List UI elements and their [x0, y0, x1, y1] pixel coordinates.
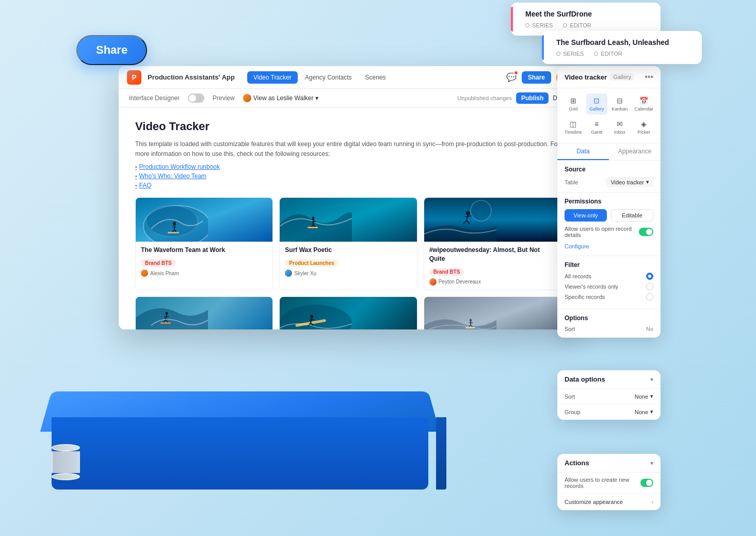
preview-toggle[interactable]	[188, 93, 204, 103]
svg-point-14	[471, 200, 491, 221]
interface-designer-label: Interface Designer	[129, 94, 180, 102]
all-records-label: All records	[565, 273, 591, 279]
video-card-2[interactable]: Surf Wax Poetic Product Launches Skyler …	[279, 197, 417, 290]
svg-rect-25	[160, 322, 171, 324]
svg-line-19	[467, 220, 470, 224]
share-button[interactable]: Share	[76, 35, 147, 65]
link-list: • Production Workflow runbook • Who's Wh…	[135, 163, 561, 189]
app-window: P Production Assistants' App Video Track…	[119, 66, 578, 329]
panel-tabs: Data Appearance	[557, 144, 661, 161]
view-calendar-option[interactable]: 📅 Calendar	[632, 93, 655, 115]
app-logo: P	[127, 70, 141, 85]
configure-link[interactable]: Configure	[565, 243, 589, 249]
link-whos-who[interactable]: Who's Who: Video Team	[139, 172, 207, 180]
group-label: Group	[565, 409, 581, 415]
svg-rect-7	[168, 232, 179, 233]
actions-chevron[interactable]: ▾	[650, 460, 653, 467]
svg-line-30	[309, 320, 314, 320]
view-kanban-option[interactable]: ⊟ Kanban	[609, 93, 631, 115]
data-options-title: Data options	[565, 375, 605, 383]
video-card-5[interactable]	[279, 296, 417, 329]
viewers-records-radio[interactable]	[646, 283, 653, 290]
share-btn-header[interactable]: Share	[522, 71, 551, 84]
specific-records-label: Specific records	[565, 294, 605, 300]
svg-point-20	[166, 312, 168, 315]
actions-panel: Actions ▾ Allow users to create new reco…	[557, 454, 661, 510]
video-card-6[interactable]	[424, 296, 561, 329]
view-as-button[interactable]: View as Leslie Walker ▾	[243, 94, 319, 102]
sort-label: Sort	[565, 393, 575, 400]
view-gantt-option[interactable]: ≡ Gantt	[586, 117, 607, 138]
permissions-section: Permissions View-only Editable Allow use…	[557, 193, 661, 256]
tooltip1-editor: EDITOR	[570, 22, 591, 28]
chevron-down-sort: ▾	[650, 393, 653, 400]
user-icon-small	[243, 94, 251, 102]
video-card-1[interactable]: The Waveform Team at Work Brand BTS Alex…	[135, 197, 273, 290]
sort-options-label: Sort	[565, 326, 575, 332]
nav-tab-scenes[interactable]: Scenes	[359, 71, 392, 84]
card2-author: Skyler Xu	[285, 270, 411, 277]
all-records-radio[interactable]	[646, 273, 653, 280]
card2-tag[interactable]: Product Launches	[285, 259, 338, 267]
svg-line-17	[465, 216, 472, 217]
svg-point-33	[470, 319, 472, 321]
sort-select[interactable]: None ▾	[635, 393, 653, 400]
settings-panel: Video tracker Gallery ••• ⊞ Grid ⊡ Galle…	[557, 66, 661, 338]
data-options-panel: Data options ▾ Sort None ▾ Group None ▾	[557, 370, 661, 420]
view-picker-option[interactable]: ◈ Picker	[632, 117, 655, 138]
tab-appearance[interactable]: Appearance	[609, 144, 661, 160]
customize-row[interactable]: Customize appearance ›	[557, 494, 661, 510]
panel-header: Video tracker Gallery •••	[557, 66, 661, 88]
specific-records-radio[interactable]	[646, 293, 653, 301]
allow-create-toggle[interactable]	[640, 479, 653, 487]
tab-data[interactable]: Data	[557, 144, 609, 160]
source-select[interactable]: Video tracker ▾	[606, 177, 653, 187]
app-name: Production Assistants' App	[148, 73, 235, 81]
tooltip-title: Meet the SurfDrone	[520, 10, 651, 18]
panel-more-icon[interactable]: •••	[645, 72, 653, 82]
panel-badge: Gallery	[610, 73, 634, 81]
tooltip2-title: The Surfboard Leash, Unleashed	[551, 38, 693, 46]
actions-title: Actions	[565, 459, 589, 467]
chevron-down-group: ▾	[650, 408, 653, 415]
view-inbox-option[interactable]: ✉ Inbox	[609, 117, 631, 138]
tooltip1-series: SERIES	[532, 22, 553, 28]
author-avatar-2	[285, 270, 292, 277]
card3-tag[interactable]: Brand BTS	[429, 268, 464, 276]
view-timeline-option[interactable]: ◫ Timeline	[562, 117, 584, 138]
tooltip2-series: SERIES	[563, 51, 584, 57]
nav-tab-video[interactable]: Video Tracker	[247, 71, 298, 84]
view-grid-option[interactable]: ⊞ Grid	[562, 93, 584, 115]
page-title: Video Tracker	[135, 120, 561, 133]
view-selector: ⊞ Grid ⊡ Gallery ⊟ Kanban 📅 Calendar ◫ T…	[557, 88, 661, 144]
video-card-4[interactable]	[135, 296, 273, 329]
author-avatar-3	[429, 278, 437, 286]
customize-label: Customize appearance	[565, 499, 623, 505]
card3-title: #wipeoutwednesday: Almost, But Not Quite	[429, 246, 556, 263]
publish-button[interactable]: Publish	[516, 92, 549, 104]
source-section: Source Table Video tracker ▾	[557, 161, 661, 193]
table-label: Table	[565, 179, 578, 185]
link-faq[interactable]: FAQ	[139, 182, 152, 189]
group-select[interactable]: None ▾	[635, 408, 653, 415]
svg-point-8	[312, 217, 315, 220]
svg-line-18	[463, 220, 467, 224]
editable-btn[interactable]: Editable	[611, 209, 653, 222]
app-nav: Video Tracker Agency Contacts Scenes	[247, 71, 392, 84]
filter-section: Filter All records Viewer's records only…	[557, 256, 661, 309]
data-options-chevron[interactable]: ▾	[650, 376, 653, 383]
allow-open-toggle[interactable]	[639, 228, 653, 236]
card1-author: Alexis Pham	[141, 270, 267, 277]
surfboard-leash-card: The Surfboard Leash, Unleashed SERIES ED…	[542, 31, 702, 64]
view-only-btn[interactable]: View-only	[565, 209, 607, 222]
options-section: Options Sort No	[557, 309, 661, 338]
unpublished-label: Unpublished changes	[457, 95, 512, 101]
nav-tab-agency[interactable]: Agency Contacts	[299, 71, 358, 84]
view-gallery-option[interactable]: ⊡ Gallery	[586, 93, 607, 115]
chevron-right-icon: ›	[651, 499, 653, 505]
chat-icon-btn[interactable]: 💬	[506, 72, 517, 82]
card1-tag[interactable]: Brand BTS	[141, 259, 176, 267]
designer-bar-right: Unpublished changes Publish Done	[457, 92, 568, 104]
video-card-3[interactable]: #wipeoutwednesday: Almost, But Not Quite…	[424, 197, 561, 290]
link-workflow[interactable]: Production Workflow runbook	[139, 163, 220, 170]
